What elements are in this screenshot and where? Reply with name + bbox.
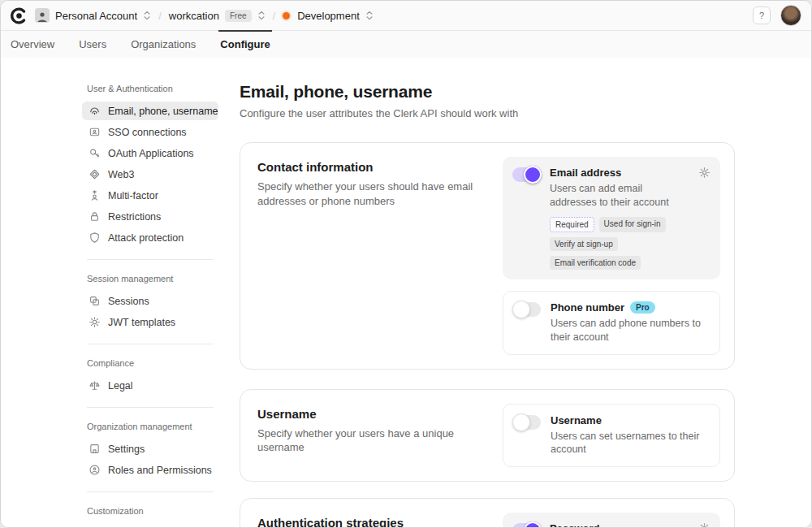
panel-description: Users can add phone numbers to their acc… xyxy=(551,317,710,344)
contact-information-card: Contact information Specify whether your… xyxy=(240,142,735,370)
panel-description: Users can set usernames to their account xyxy=(551,430,710,457)
sidebar-item-attack-protection[interactable]: Attack protection xyxy=(82,228,218,247)
sidebar-item-org-settings[interactable]: Settings xyxy=(82,439,218,458)
lock-icon xyxy=(89,210,101,223)
clerk-logo-icon[interactable] xyxy=(11,7,28,24)
sidebar-item-label: Web3 xyxy=(108,169,134,180)
multi-factor-icon xyxy=(89,189,101,201)
section-label-session-management: Session management xyxy=(87,274,218,283)
email-address-toggle[interactable] xyxy=(512,167,540,182)
sidebar: User & Authentication Email, phone, user… xyxy=(82,82,218,528)
sidebar-item-jwt-templates[interactable]: JWT templates xyxy=(82,313,218,331)
panel-description: Users can add email addresses to their a… xyxy=(550,182,689,210)
sidebar-item-label: Multi-factor xyxy=(108,190,158,201)
environment-switcher[interactable]: Development xyxy=(283,10,374,22)
breadcrumb-separator: / xyxy=(158,10,162,22)
sidebar-item-sso-connections[interactable]: SSO connections xyxy=(82,123,218,141)
tab-overview[interactable]: Overview xyxy=(11,31,54,58)
sidebar-item-roles-permissions[interactable]: Roles and Permissions xyxy=(82,461,218,479)
badge-used-for-sign-in: Used for sign-in xyxy=(599,217,666,232)
sidebar-item-restrictions[interactable]: Restrictions xyxy=(82,207,218,226)
section-label-compliance: Compliance xyxy=(87,358,218,368)
clerk-dashboard-window: Personal Account / workcation Free / Dev… xyxy=(0,0,812,528)
chevron-updown-icon xyxy=(143,10,151,21)
legal-scale-icon xyxy=(89,379,101,392)
tab-users[interactable]: Users xyxy=(79,31,106,58)
org-settings-icon xyxy=(89,443,101,455)
account-name: Personal Account xyxy=(55,10,137,22)
chevron-updown-icon xyxy=(257,10,266,21)
breadcrumb-separator: / xyxy=(273,10,276,22)
applications-icon xyxy=(89,147,101,159)
panel-title: Phone number xyxy=(551,301,624,314)
username-toggle[interactable] xyxy=(513,415,541,430)
tab-organizations[interactable]: Organizations xyxy=(131,31,196,58)
account-switcher[interactable]: Personal Account xyxy=(35,8,151,23)
sidebar-item-label: Email, phone, username xyxy=(108,106,218,117)
badge-required: Required xyxy=(550,217,594,232)
sessions-icon xyxy=(89,295,101,307)
username-card: Username Specify whether your users have… xyxy=(240,389,735,483)
web3-diamond-icon xyxy=(89,168,101,180)
panel-title: Email address xyxy=(550,167,621,179)
password-settings-gear-icon[interactable] xyxy=(698,522,710,528)
sidebar-item-account-portal[interactable]: Account Portal xyxy=(82,524,218,528)
email-badges: Required Used for sign-in Verify at sign… xyxy=(550,217,689,270)
top-bar: Personal Account / workcation Free / Dev… xyxy=(1,1,811,31)
environment-name: Development xyxy=(297,10,360,22)
password-toggle[interactable] xyxy=(512,523,540,528)
sidebar-item-label: Settings xyxy=(108,444,145,455)
panel-title: Password xyxy=(550,522,599,528)
pro-badge: Pro xyxy=(630,301,655,314)
section-label-organization-management: Organization management xyxy=(87,422,218,431)
section-label-user-authentication: User & Authentication xyxy=(87,84,218,93)
sidebar-divider xyxy=(87,259,214,260)
tab-configure[interactable]: Configure xyxy=(220,31,270,58)
sidebar-item-multi-factor[interactable]: Multi-factor xyxy=(82,186,218,205)
user-avatar[interactable] xyxy=(780,5,801,26)
sidebar-item-label: Legal xyxy=(108,380,133,392)
email-address-panel: Email address Users can add email addres… xyxy=(503,157,720,279)
password-panel: Password Users can sign in with a passwo… xyxy=(503,513,720,528)
phone-number-panel: Phone number Pro Users can add phone num… xyxy=(503,291,720,355)
section-label-customization: Customization xyxy=(87,506,218,516)
phone-number-toggle[interactable] xyxy=(513,302,541,317)
id-card-icon xyxy=(89,126,101,138)
sidebar-item-web3[interactable]: Web3 xyxy=(82,165,218,184)
panel-title: Username xyxy=(551,414,602,426)
sidebar-item-label: Restrictions xyxy=(108,211,161,223)
page-title: Email, phone, username xyxy=(240,82,735,102)
sidebar-item-email-phone-username[interactable]: Email, phone, username xyxy=(82,102,218,120)
card-description: Specify whether your users should have e… xyxy=(257,180,485,208)
sidebar-item-label: OAuth Applications xyxy=(108,148,194,159)
roles-icon xyxy=(89,464,101,476)
sidebar-item-label: Sessions xyxy=(108,296,149,307)
authentication-strategies-card: Authentication strategies Select the aut… xyxy=(240,498,735,528)
sidebar-item-label: JWT templates xyxy=(108,317,175,328)
username-panel: Username Users can set usernames to thei… xyxy=(503,404,720,468)
chevron-updown-icon xyxy=(365,10,374,21)
sidebar-item-label: Roles and Permissions xyxy=(108,465,212,476)
card-title: Contact information xyxy=(257,160,488,174)
fingerprint-icon xyxy=(89,105,101,117)
env-dot-icon xyxy=(283,12,290,19)
gear-icon xyxy=(89,316,101,328)
person-avatar-icon xyxy=(35,8,50,23)
tab-bar: Overview Users Organizations Configure xyxy=(1,31,811,58)
sidebar-divider xyxy=(87,491,214,492)
plan-badge: Free xyxy=(225,10,252,22)
badge-email-verification-code: Email verification code xyxy=(550,256,641,270)
main-content: Email, phone, username Configure the use… xyxy=(240,82,735,528)
sidebar-item-sessions[interactable]: Sessions xyxy=(82,292,218,310)
sidebar-item-label: SSO connections xyxy=(108,127,187,138)
sidebar-item-legal[interactable]: Legal xyxy=(82,376,218,395)
card-description: Specify whether your users have a unique… xyxy=(257,426,488,455)
card-title: Username xyxy=(257,407,488,421)
email-settings-gear-icon[interactable] xyxy=(698,167,710,179)
sidebar-item-oauth-applications[interactable]: OAuth Applications xyxy=(82,144,218,162)
badge-verify-at-sign-up: Verify at sign-up xyxy=(550,237,618,251)
help-button[interactable]: ? xyxy=(753,6,771,24)
application-switcher[interactable]: workcation Free xyxy=(169,10,266,22)
application-name: workcation xyxy=(169,10,219,22)
page-subtitle: Configure the user attributes the Clerk … xyxy=(240,107,735,119)
